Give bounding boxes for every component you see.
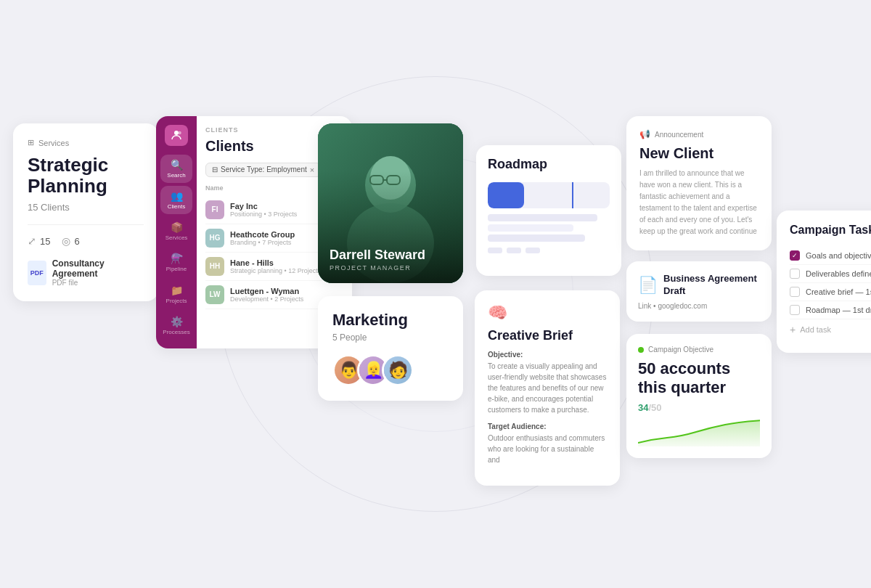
client-info: Hane - Hills Strategic planning • 12 Pro… <box>230 258 321 274</box>
tasks-card: Campaign Tasks Goals and objectives Deli… <box>777 211 871 353</box>
roadmap-dot <box>488 248 502 253</box>
avatar: FI <box>205 200 224 219</box>
client-info: Fay Inc Positioning • 3 Projects <box>230 202 297 218</box>
pdf-info: Consultancy Agreement PDF file <box>52 258 144 287</box>
svg-point-0 <box>174 131 179 135</box>
client-name: Luettgen - Wyman <box>230 287 303 295</box>
avatar: HH <box>205 257 224 276</box>
client-name: Hane - Hills <box>230 258 321 267</box>
doc-link: Link • googledoc.com <box>638 302 760 310</box>
avatar: LW <box>205 285 224 304</box>
doc-card[interactable]: 📄 Business Agreement Draft Link • google… <box>626 261 772 322</box>
pdf-icon: PDF <box>28 261 46 285</box>
roadmap-dots <box>488 248 610 253</box>
sidebar-item-search[interactable]: 🔍 Search <box>160 155 192 183</box>
doc-icon: 📄 <box>638 276 658 295</box>
pdf-sub: PDF file <box>52 279 144 287</box>
target-text: Outdoor enthusiasts and commuters who ar… <box>488 433 607 465</box>
roadmap-dot <box>526 248 540 253</box>
roadmap-bar-fill <box>488 182 524 208</box>
campaign-total: /50 <box>648 402 661 413</box>
plus-icon: + <box>790 324 796 335</box>
task-item[interactable]: Goals and objectives <box>790 247 871 265</box>
filter-close-icon[interactable]: × <box>310 166 314 174</box>
sidebar-item-clients[interactable]: 👥 Clients <box>160 186 192 214</box>
task-checkbox[interactable] <box>790 287 800 297</box>
filter-tag[interactable]: ⊟ Service Type: Employment × <box>205 163 321 177</box>
divider <box>28 224 144 225</box>
clients-count: 15 Clients <box>28 202 144 213</box>
sidebar-item-services[interactable]: 📦 Services <box>160 217 192 245</box>
service-label: ⊞ Services <box>28 138 144 147</box>
stat-share: ⤢ 15 <box>28 235 50 247</box>
sidebar-item-processes[interactable]: ⚙️ Processes <box>160 311 192 340</box>
add-task-label: Add task <box>800 325 831 334</box>
pdf-section[interactable]: PDF Consultancy Agreement PDF file <box>28 258 144 287</box>
grid-icon: ⊞ <box>28 138 34 147</box>
clients-icon: 👥 <box>171 190 183 202</box>
task-item[interactable]: Deliverables defined <box>790 265 871 283</box>
roadmap-line <box>572 182 573 208</box>
campaign-label: Campaign Objective <box>648 346 713 354</box>
marketing-sub: 5 People <box>332 332 449 343</box>
client-sub: Strategic planning • 12 Projects <box>230 267 321 274</box>
client-info: Heathcote Group Branding • 7 Projects <box>230 230 295 246</box>
roadmap-row <box>488 224 573 232</box>
roadmap-row <box>488 234 585 242</box>
target-label: Target Audience: <box>488 422 607 430</box>
task-checkbox[interactable] <box>790 269 800 279</box>
campaign-current: 34 <box>638 402 648 413</box>
task-item[interactable]: Creative brief — 1st draft <box>790 283 871 301</box>
filter-icon: ⊟ <box>212 166 218 173</box>
roadmap-bar <box>488 182 610 208</box>
avatar: 🧑 <box>382 354 414 386</box>
projects-icon: 📁 <box>171 285 183 296</box>
processes-icon: ⚙️ <box>171 316 183 327</box>
campaign-chart <box>638 417 760 446</box>
pdf-title: Consultancy Agreement <box>52 258 144 279</box>
stats-row: ⤢ 15 ◎ 6 <box>28 235 144 247</box>
campaign-header: Campaign Objective <box>638 346 760 354</box>
roadmap-title: Roadmap <box>488 157 610 172</box>
task-checkbox[interactable] <box>790 305 800 315</box>
doc-header: 📄 Business Agreement Draft <box>638 273 760 298</box>
eye-icon: ◎ <box>62 235 70 247</box>
creative-brief-card: 🧠 Creative Brief Objective: To create a … <box>475 290 620 486</box>
add-task-button[interactable]: + Add task <box>790 319 871 340</box>
tasks-title: Campaign Tasks <box>790 224 871 237</box>
client-name: Heathcote Group <box>230 230 295 239</box>
roadmap-rows <box>488 214 610 242</box>
avatar: HG <box>205 229 224 248</box>
services-icon: 📦 <box>171 221 183 233</box>
profile-card: Darrell Steward PROJECT MANAGER <box>318 123 463 283</box>
stat-view: ◎ 6 <box>62 235 79 247</box>
marketing-title: Marketing <box>332 311 449 330</box>
task-label: Creative brief — 1st draft <box>806 287 871 296</box>
campaign-dot <box>638 347 644 353</box>
announcement-card: 📢 Announcement New Client I am thrilled … <box>626 116 772 250</box>
task-checkbox[interactable] <box>790 250 800 261</box>
share-icon: ⤢ <box>28 235 36 247</box>
doc-title: Business Agreement Draft <box>663 273 760 298</box>
sidebar-item-projects[interactable]: 📁 Projects <box>160 280 192 309</box>
sidebar-logo[interactable] <box>165 125 188 146</box>
campaign-title: 50 accounts this quarter <box>638 359 760 398</box>
objective-text: To create a visually appealing and user-… <box>488 361 607 415</box>
client-sub: Positioning • 3 Projects <box>230 211 297 218</box>
announcement-header: 📢 Announcement <box>639 129 758 139</box>
brief-title: Creative Brief <box>488 328 607 343</box>
announcement-icon: 📢 <box>639 129 650 139</box>
task-item[interactable]: Roadmap — 1st draft fo <box>790 301 871 319</box>
roadmap-row <box>488 214 597 221</box>
avatar-group: 👨 👱‍♀️ 🧑 <box>332 354 449 386</box>
search-icon: 🔍 <box>171 159 183 171</box>
sidebar-item-pipeline[interactable]: ⚗️ Pipeline <box>160 248 192 277</box>
task-label: Goals and objectives <box>806 251 871 260</box>
strategic-planning-card: ⊞ Services Strategic Planning 15 Clients… <box>13 123 158 301</box>
announcement-label: Announcement <box>655 131 703 139</box>
profile-name: Darrell Steward <box>330 248 451 263</box>
svg-point-1 <box>178 131 181 135</box>
client-info: Luettgen - Wyman Development • 2 Project… <box>230 287 303 303</box>
profile-role: PROJECT MANAGER <box>330 264 451 271</box>
client-name: Fay Inc <box>230 202 297 211</box>
